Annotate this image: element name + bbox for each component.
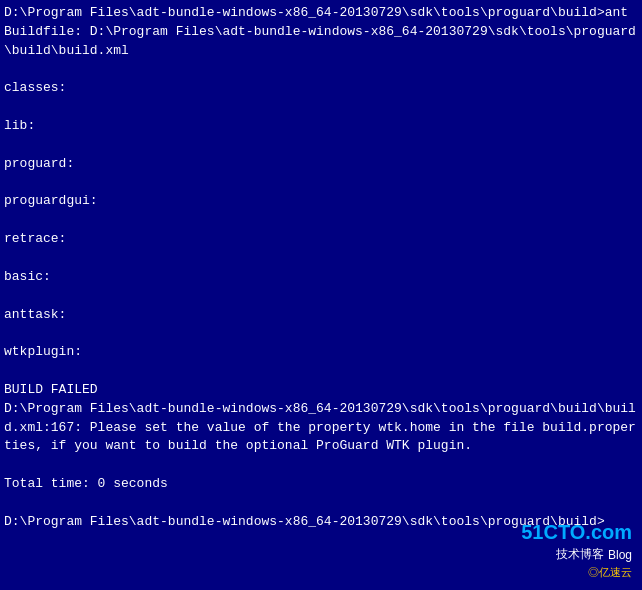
terminal-line: D:\Program Files\adt-bundle-windows-x86_…	[4, 400, 638, 457]
terminal-line	[4, 98, 638, 117]
watermark-sub: ◎亿速云	[588, 566, 632, 578]
watermark: 51CTO.com 技术博客 Blog ◎亿速云	[521, 521, 632, 580]
terminal-line: Total time: 0 seconds	[4, 475, 638, 494]
terminal-line	[4, 174, 638, 193]
terminal-line	[4, 456, 638, 475]
watermark-label1: 技术博客	[556, 546, 604, 563]
terminal-line: anttask:	[4, 306, 638, 325]
terminal-line: classes:	[4, 79, 638, 98]
terminal-line: wtkplugin:	[4, 343, 638, 362]
watermark-label2: Blog	[608, 548, 632, 562]
terminal-line	[4, 287, 638, 306]
terminal-line	[4, 61, 638, 80]
terminal-line: proguard:	[4, 155, 638, 174]
terminal-line: BUILD FAILED	[4, 381, 638, 400]
terminal-line	[4, 362, 638, 381]
terminal-line: Buildfile: D:\Program Files\adt-bundle-w…	[4, 23, 638, 61]
watermark-site: 51CTO.com	[521, 521, 632, 544]
terminal-output: D:\Program Files\adt-bundle-windows-x86_…	[4, 4, 638, 532]
terminal-window: D:\Program Files\adt-bundle-windows-x86_…	[0, 0, 642, 590]
terminal-line: retrace:	[4, 230, 638, 249]
terminal-line	[4, 211, 638, 230]
terminal-line	[4, 324, 638, 343]
terminal-line	[4, 494, 638, 513]
terminal-line	[4, 249, 638, 268]
terminal-line: proguardgui:	[4, 192, 638, 211]
terminal-line: basic:	[4, 268, 638, 287]
terminal-line: D:\Program Files\adt-bundle-windows-x86_…	[4, 4, 638, 23]
terminal-line	[4, 136, 638, 155]
terminal-line: lib:	[4, 117, 638, 136]
